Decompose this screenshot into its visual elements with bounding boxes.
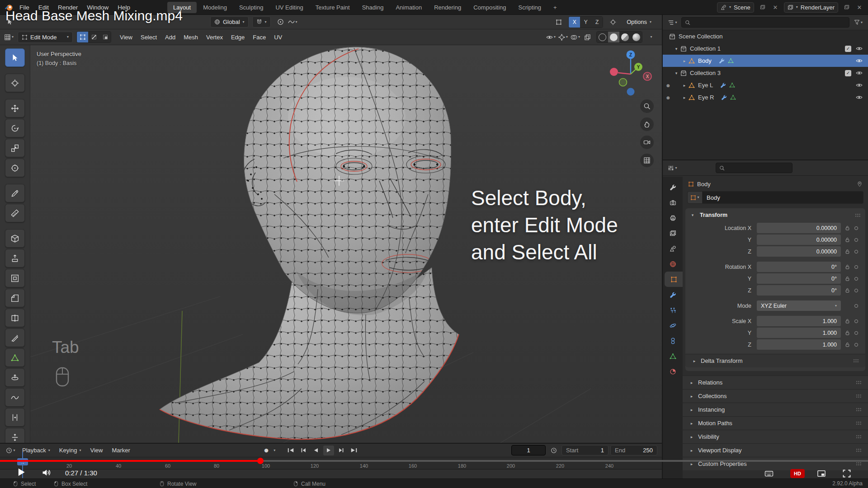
snap-target-icon[interactable]	[607, 16, 619, 28]
section-visibility[interactable]: ▸Visibility	[683, 430, 868, 443]
collection-checkbox[interactable]: ✓	[845, 46, 851, 52]
tool-add-cube[interactable]	[5, 229, 25, 248]
video-volume-button[interactable]	[42, 468, 51, 477]
lock-icon[interactable]	[843, 225, 852, 231]
location-y-field[interactable]: 0.00000	[757, 235, 841, 245]
section-collections[interactable]: ▸Collections	[683, 389, 868, 403]
tab-particle-properties[interactable]	[663, 302, 683, 318]
gizmos-dropdown[interactable]: ▾	[557, 32, 569, 43]
video-keyboard-button[interactable]	[763, 469, 775, 478]
menu-mesh[interactable]: Mesh	[179, 31, 202, 43]
outliner-editor-type-button[interactable]: ▾	[666, 17, 679, 28]
panel-drag-handle[interactable]	[855, 213, 861, 217]
tool-inset-faces[interactable]	[5, 269, 25, 287]
panel-drag-handle[interactable]	[856, 421, 862, 425]
tab-texture-paint[interactable]: Texture Paint	[310, 2, 356, 13]
video-scrubber-knob[interactable]	[257, 458, 264, 464]
tab-view-layer-properties[interactable]	[663, 225, 683, 241]
mirror-x-toggle[interactable]: X	[569, 17, 580, 28]
frame-start-field[interactable]: Start1	[561, 445, 609, 455]
rotation-mode-dropdown[interactable]: XYZ Euler▾	[757, 300, 841, 311]
lock-icon[interactable]	[843, 264, 852, 270]
lock-icon[interactable]	[843, 342, 852, 347]
animate-dot[interactable]	[854, 238, 858, 242]
shading-solid[interactable]	[608, 32, 619, 42]
menu-tl-view[interactable]: View	[87, 445, 107, 456]
lock-icon[interactable]	[843, 237, 852, 243]
add-workspace-button[interactable]: +	[547, 2, 563, 13]
snap-dropdown[interactable]: ▾	[252, 16, 271, 28]
outliner-row-body[interactable]: ▸ Body	[663, 55, 868, 67]
outliner-search[interactable]	[681, 17, 849, 28]
visibility-eye-icon[interactable]	[856, 94, 863, 101]
outliner-row-eye-l[interactable]: ● ▸ Eye L	[663, 79, 868, 91]
mirror-z-toggle[interactable]: Z	[591, 17, 603, 28]
vertex-select-mode[interactable]	[77, 32, 88, 42]
visibility-eye-icon[interactable]	[856, 82, 863, 89]
panel-drag-handle[interactable]	[856, 394, 862, 398]
scale-x-field[interactable]: 1.000	[757, 316, 841, 326]
pan-hand-button[interactable]	[640, 117, 654, 131]
tool-annotate[interactable]	[5, 184, 25, 202]
animate-dot[interactable]	[854, 304, 858, 308]
outliner-search-input[interactable]	[693, 19, 846, 26]
menu-playback[interactable]: Playback▾	[19, 445, 54, 456]
rotation-z-field[interactable]: 0°	[757, 285, 841, 296]
view-layer-selector[interactable]: ▾ RenderLayer	[784, 2, 838, 13]
tab-sculpting[interactable]: Sculpting	[233, 2, 269, 13]
scale-y-field[interactable]: 1.000	[757, 328, 841, 338]
zoom-button[interactable]	[640, 99, 654, 113]
tab-uv-editing[interactable]: UV Editing	[269, 2, 309, 13]
lock-icon[interactable]	[843, 318, 852, 324]
expand-icon[interactable]: ▸	[682, 95, 687, 100]
menu-uv[interactable]: UV	[270, 31, 286, 43]
proportional-falloff-dropdown[interactable]: ▾	[287, 16, 299, 28]
scale-z-field[interactable]: 1.000	[757, 339, 841, 350]
next-keyframe-button[interactable]	[336, 446, 347, 455]
tab-modifier-properties[interactable]	[663, 287, 683, 302]
animate-dot[interactable]	[854, 265, 858, 269]
tab-compositing[interactable]: Compositing	[467, 2, 512, 13]
edge-select-mode[interactable]	[88, 32, 99, 42]
auto-keying-toggle[interactable]: ●	[261, 446, 272, 455]
tab-modeling[interactable]: Modeling	[197, 2, 233, 13]
face-select-mode[interactable]	[99, 32, 111, 42]
outliner-row-collection-3[interactable]: ▾ Collection 3 ✓	[663, 67, 868, 79]
transform-orientation-dropdown[interactable]: Global▾	[210, 16, 249, 28]
tab-output-properties[interactable]	[663, 210, 683, 225]
lock-icon[interactable]	[843, 249, 852, 254]
properties-editor-type-button[interactable]: ▾	[666, 162, 679, 174]
panel-drag-handle[interactable]	[853, 359, 859, 363]
tool-spin[interactable]	[5, 368, 25, 387]
tab-object-data-properties[interactable]	[663, 348, 683, 364]
panel-drag-handle[interactable]	[856, 408, 862, 412]
section-instancing[interactable]: ▸Instancing	[683, 403, 868, 416]
tool-loop-cut[interactable]	[5, 309, 25, 327]
section-viewport-display[interactable]: ▸Viewport Display	[683, 443, 868, 457]
menu-select[interactable]: Select	[137, 31, 161, 43]
camera-view-button[interactable]	[640, 136, 654, 149]
object-name-field[interactable]: ▾ Body	[687, 191, 863, 204]
tab-rendering[interactable]: Rendering	[428, 2, 467, 13]
animate-dot[interactable]	[854, 331, 858, 335]
gizmo-x-neg-axis[interactable]	[610, 68, 618, 76]
shading-dropdown[interactable]: ▾	[645, 32, 657, 43]
outliner-row-scene-collection[interactable]: Scene Collection	[663, 30, 868, 42]
scene-selector[interactable]: ▾ Scene	[717, 2, 754, 13]
mirror-y-toggle[interactable]: Y	[580, 17, 591, 28]
tab-shading[interactable]: Shading	[356, 2, 390, 13]
ortho-toggle-button[interactable]	[640, 154, 654, 167]
visibility-eye-icon[interactable]	[856, 70, 863, 76]
animate-dot[interactable]	[854, 250, 858, 253]
pin-icon[interactable]	[857, 181, 863, 187]
overlays-dropdown[interactable]: ▾	[569, 32, 581, 43]
tab-animation[interactable]: Animation	[390, 2, 428, 13]
rotation-x-field[interactable]: 0°	[757, 262, 841, 272]
menu-edge[interactable]: Edge	[227, 31, 249, 43]
tool-transform[interactable]	[5, 159, 25, 177]
tool-box-select[interactable]	[5, 48, 25, 67]
rotation-y-field[interactable]: 0°	[757, 273, 841, 284]
transform-panel-header[interactable]: ▾ Transform	[685, 208, 865, 222]
prev-keyframe-button[interactable]	[298, 446, 309, 455]
use-preview-range-toggle[interactable]	[547, 445, 560, 456]
